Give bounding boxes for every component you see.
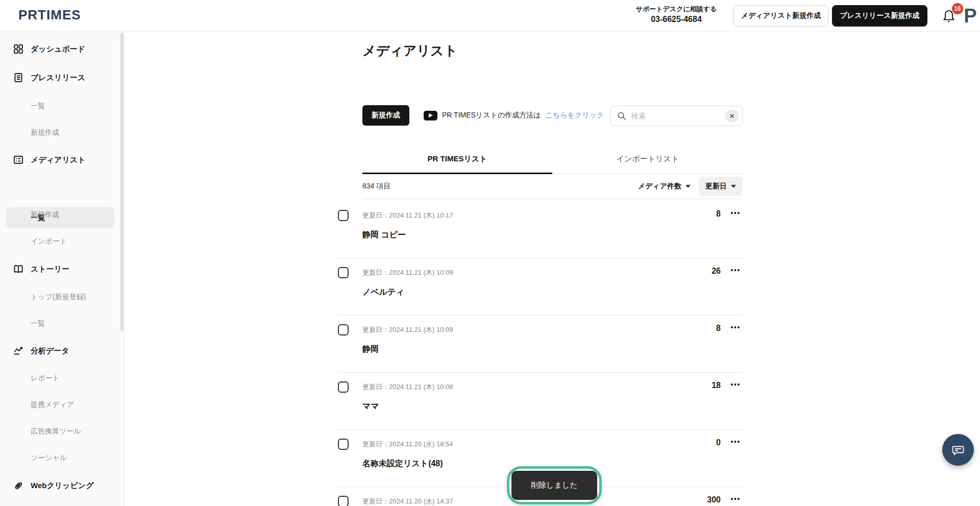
chevron-down-icon: [731, 185, 736, 188]
search-clear-button[interactable]: ✕: [725, 109, 739, 123]
row-updated-date: 更新日：2024.11.20 (水) 14:37: [362, 497, 453, 506]
sidebar-item-dashboard[interactable]: ダッシュボード: [31, 43, 85, 55]
support-desk-phone: 03-6625-4684: [615, 14, 738, 25]
row-title[interactable]: 静岡: [362, 344, 379, 355]
media-list-icon: [13, 155, 23, 165]
items-count: 834 項目: [362, 182, 390, 191]
row-kebab-menu-icon[interactable]: ⋯: [728, 206, 743, 220]
sidebar-item-press-release[interactable]: プレスリリース: [31, 72, 85, 83]
sidebar-item-story[interactable]: ストーリー: [31, 263, 69, 275]
media-list-create-button[interactable]: メディアリスト新規作成: [733, 5, 828, 27]
sidebar-item-web-clipping[interactable]: Webクリッピング: [31, 480, 94, 491]
sidebar-item-media-list-import[interactable]: インポート: [31, 235, 67, 247]
help-link[interactable]: こちらをクリック: [546, 111, 604, 120]
chevron-down-icon: [685, 185, 691, 188]
row-kebab-menu-icon[interactable]: ⋯: [728, 320, 743, 334]
row-kebab-menu-icon[interactable]: ⋯: [728, 492, 743, 506]
sidebar-item-analytics-social[interactable]: ソーシャル: [31, 452, 67, 463]
sort-by-updated-date[interactable]: 更新日: [699, 177, 743, 196]
sidebar-item-press-release-list[interactable]: 一覧: [31, 100, 45, 111]
sort-updated-label: 更新日: [705, 182, 727, 191]
row-checkbox[interactable]: [338, 496, 349, 506]
search-box: ✕: [610, 106, 743, 126]
row-checkbox[interactable]: [338, 381, 349, 393]
row-updated-date: 更新日：2024.11.21 (木) 10:08: [362, 382, 453, 392]
help-text: PR TIMESリストの作成方法は: [442, 111, 541, 120]
sort-media-count-label: メディア件数: [638, 182, 681, 191]
sidebar-scrollbar-thumb[interactable]: [120, 33, 124, 331]
page-title: メディアリスト: [362, 42, 457, 60]
sidebar-item-analytics-partner-media[interactable]: 提携メディア: [31, 399, 74, 410]
support-desk-label: サポートデスクに相談する: [615, 5, 738, 14]
help-row: PR TIMESリストの作成方法はこちらをクリック: [424, 105, 604, 126]
media-list-row[interactable]: 更新日：2024.11.21 (木) 10:17 8 ⋯ 静岡 コピー: [338, 201, 743, 258]
chat-support-button[interactable]: [942, 434, 974, 466]
list-toolbar: 834 項目 メディア件数 更新日: [362, 174, 743, 199]
analytics-icon: [13, 346, 23, 356]
row-checkbox[interactable]: [338, 210, 349, 221]
prtimes-logo[interactable]: PRTIMES: [18, 7, 81, 23]
sidebar-item-media-list[interactable]: メディアリスト: [31, 154, 85, 165]
sidebar-item-analytics-ad-conversion[interactable]: 広告換算ツール: [31, 425, 81, 437]
notification-count-badge: 16: [952, 3, 963, 14]
sort-by-media-count[interactable]: メディア件数: [638, 182, 691, 191]
account-avatar[interactable]: P: [962, 5, 979, 27]
media-list-row[interactable]: 更新日：2024.11.21 (木) 10:08 18 ⋯ ママ: [338, 373, 743, 430]
tab-import-list[interactable]: インポートリスト: [553, 150, 743, 174]
sidebar-item-press-release-create[interactable]: 新規作成: [31, 127, 59, 138]
media-list-row[interactable]: 更新日：2024.11.21 (木) 10:09 8 ⋯ 静岡: [338, 316, 743, 373]
row-checkbox[interactable]: [338, 267, 349, 278]
sidebar-item-analytics-report[interactable]: レポート: [31, 372, 60, 383]
chat-bubble-icon: [951, 443, 965, 457]
toast-message: 削除しました: [511, 471, 597, 500]
search-icon: [617, 111, 626, 121]
row-updated-date: 更新日：2024.11.21 (木) 10:09: [362, 268, 453, 277]
top-header: PRTIMES サポートデスクに相談する 03-6625-4684 メディアリス…: [0, 0, 980, 32]
dashboard-icon: [13, 44, 23, 54]
toast-focus-ring: 削除しました: [507, 466, 602, 504]
row-title[interactable]: ママ: [362, 401, 379, 412]
row-updated-date: 更新日：2024.11.20 (水) 18:54: [362, 440, 453, 449]
sidebar-item-analytics[interactable]: 分析データ: [31, 345, 69, 356]
row-checkbox[interactable]: [338, 439, 349, 450]
row-title[interactable]: ノベルティ: [362, 287, 404, 298]
support-desk-info: サポートデスクに相談する 03-6625-4684: [615, 5, 738, 25]
story-icon: [13, 264, 23, 274]
sidebar-item-story-top[interactable]: トップ(新規登録): [31, 291, 86, 302]
press-release-icon: [13, 73, 23, 83]
row-kebab-menu-icon[interactable]: ⋯: [728, 435, 743, 449]
row-updated-date: 更新日：2024.11.21 (木) 10:17: [362, 211, 453, 220]
sidebar-item-media-list-list-active[interactable]: 一覧: [6, 207, 114, 228]
search-input[interactable]: [630, 111, 721, 121]
row-checkbox[interactable]: [338, 324, 349, 335]
row-title[interactable]: 名称未設定リスト(48): [362, 459, 443, 469]
row-media-count: 8: [716, 209, 721, 219]
row-media-count: 26: [712, 267, 721, 276]
row-title[interactable]: 静岡 コピー: [362, 230, 406, 240]
web-clipping-icon: [13, 480, 23, 491]
new-list-create-button[interactable]: 新規作成: [362, 105, 409, 126]
tab-bar: PR TIMESリスト インポートリスト: [362, 150, 743, 174]
row-media-count: 300: [707, 495, 721, 504]
media-list-row[interactable]: 更新日：2024.11.21 (木) 10:09 26 ⋯ ノベルティ: [338, 258, 743, 316]
sidebar-item-media-list-create[interactable]: 新規作成: [31, 209, 59, 220]
row-updated-date: 更新日：2024.11.21 (木) 10:09: [362, 325, 453, 334]
row-media-count: 8: [716, 324, 721, 333]
row-kebab-menu-icon[interactable]: ⋯: [728, 377, 743, 392]
sidebar: ダッシュボード プレスリリース 一覧 新規作成 メディアリスト 一覧 新規作成 …: [0, 32, 125, 506]
tab-prtimes-list[interactable]: PR TIMESリスト: [362, 150, 552, 174]
row-media-count: 0: [716, 438, 721, 447]
row-media-count: 18: [712, 381, 721, 390]
row-kebab-menu-icon[interactable]: ⋯: [728, 263, 743, 277]
youtube-play-icon[interactable]: [424, 111, 437, 121]
sidebar-item-story-list[interactable]: 一覧: [31, 318, 45, 329]
press-release-create-button[interactable]: プレスリリース新規作成: [832, 5, 927, 27]
